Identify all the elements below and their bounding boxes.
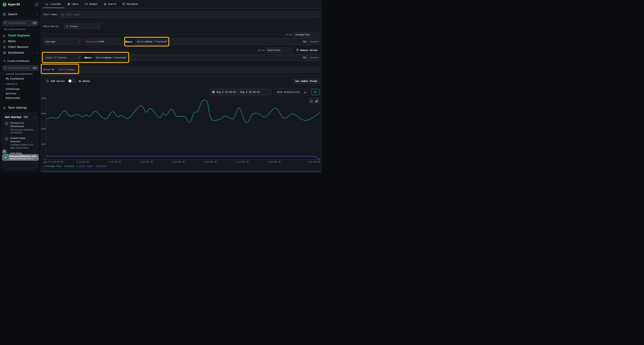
- number-123-icon: 123: [84, 3, 88, 5]
- remove-series-button[interactable]: Remove Series: [296, 48, 318, 52]
- hyperdx-chart-explorer-screen: HyperDX Search Saved Searches ⌘K No save…: [0, 0, 322, 172]
- lucene-mode-toggle[interactable]: Lucene: [310, 40, 318, 43]
- bar-chart-type-icon: [316, 100, 318, 102]
- lucene-mode-toggle[interactable]: Lucene: [310, 56, 318, 59]
- help-button[interactable]: ?: [2, 149, 6, 154]
- legend-item[interactable]: Event Count·frontend: [76, 165, 106, 167]
- tab-label: Table: [72, 3, 78, 5]
- time-range-picker[interactable]: Aug 4 15:30:01 - Aug 4 16:30:01: [210, 89, 272, 95]
- sidebar-item-my-dashboard[interactable]: My Dashboard: [6, 77, 24, 80]
- sidebar-collapse-icon[interactable]: [35, 3, 38, 6]
- series1-where-input[interactable]: ServiceName:"frontend" SQL|Lucene: [135, 38, 320, 45]
- sidebar-item-label: Chart Explorer: [8, 34, 30, 37]
- sidebar-item-label: Client Sessions: [8, 45, 28, 49]
- chart-name-label: Chart Name: [43, 13, 57, 16]
- play-icon: [314, 91, 316, 93]
- task-title: Connect to ClickHouse: [10, 122, 24, 128]
- laptop-icon: [3, 45, 6, 49]
- as-ratio-label-wrap: As Ratio: [79, 79, 90, 83]
- tab-markdown[interactable]: M↓ Markdown: [120, 0, 141, 8]
- tab-table[interactable]: Table: [64, 0, 82, 8]
- chart-explorer-main: Chart Name My Chart Name Data Source Tra…: [41, 8, 322, 172]
- y-axis-label: 160K: [41, 128, 45, 130]
- sidebar-item-clickhouse[interactable]: ClickHouse: [6, 88, 20, 90]
- sidebar-section-search[interactable]: Search: [0, 11, 41, 17]
- group-by-value: ServiceName: [59, 68, 74, 71]
- dashboard-icon: [3, 51, 6, 54]
- data-source-select[interactable]: Traces: [64, 23, 100, 29]
- set-number-format-button[interactable]: Set number format: [293, 79, 320, 83]
- sidebar-item-kubernetes[interactable]: Kubernetes: [6, 96, 20, 99]
- horizontal-scrollbar[interactable]: [42, 171, 321, 172]
- sidebar-item-team-settings[interactable]: Team Settings: [0, 105, 41, 110]
- check-circle-icon: [5, 122, 8, 126]
- tab-label: Markdown: [127, 3, 138, 5]
- series1-alias-input[interactable]: [294, 32, 320, 37]
- saved-searches-input[interactable]: Saved Searches ⌘K: [2, 20, 39, 26]
- shortcut-badge: ⌘K: [32, 21, 38, 24]
- get-started-title: Get Started: [5, 116, 21, 118]
- user-subtext: dale@clickhouse.com's: [9, 157, 34, 160]
- chart-plot-area[interactable]: [46, 98, 320, 162]
- saved-dashboards-section[interactable]: SAVED DASHBOARDS: [3, 73, 33, 75]
- chart-type-toggle[interactable]: [308, 98, 320, 104]
- series2-where-input[interactable]: ServiceName:"frontend": [94, 54, 127, 61]
- trash-icon: [296, 48, 299, 52]
- tab-label: Search: [108, 3, 116, 5]
- add-series-button[interactable]: Add Series: [46, 79, 65, 83]
- sidebar-item-services[interactable]: Services: [6, 92, 16, 95]
- granularity-select[interactable]: Auto Granularity: [274, 89, 308, 95]
- divider: [41, 22, 322, 23]
- sql-mode-toggle[interactable]: SQL: [303, 40, 307, 43]
- sidebar-item-dashboards[interactable]: Dashboards: [0, 50, 41, 55]
- user-menu[interactable]: D dale@clickhouse.com dale@clickhouse.co…: [2, 154, 39, 161]
- series1-aggregation-select[interactable]: Average: [44, 38, 82, 45]
- chart-name-placeholder: My Chart Name: [61, 13, 80, 16]
- view-tabbar: Line/Bar Table 123 Number Search M↓ Mark…: [41, 0, 322, 8]
- y-axis-label: 80K: [41, 143, 45, 145]
- time-range-value: Aug 4 15:30:01 - Aug 4 16:30:01: [216, 91, 260, 93]
- get-started-item[interactable]: Connect to ClickHouse Set up your databa…: [5, 121, 36, 134]
- legend-dash-icon: [43, 166, 45, 166]
- journal-icon: [3, 13, 6, 16]
- saved-dashboards-input[interactable]: Saved Dashboards ⌘K: [2, 65, 39, 71]
- y-axis-label: 320K: [41, 97, 45, 100]
- task-desc: Set up your database connection: [10, 128, 36, 134]
- select-chevrons-icon: [78, 56, 80, 59]
- legend-series-name: Average Time: [46, 165, 61, 167]
- gear-icon: [3, 106, 6, 109]
- get-started-item[interactable]: Create Data Sources Configure where your…: [5, 136, 36, 149]
- create-dashboard-button[interactable]: Create Dashboard: [0, 59, 41, 63]
- saved-searches-placeholder: Saved Searches: [8, 22, 30, 24]
- legend-item[interactable]: Average Time·frontend: [43, 165, 74, 167]
- pipe-separator: |: [308, 40, 309, 43]
- chevron-down-icon: [3, 83, 4, 85]
- document-lines-icon: [104, 3, 106, 5]
- tab-line-bar[interactable]: Line/Bar: [43, 0, 64, 8]
- where-label: Where: [125, 40, 132, 43]
- aggregation-value: Average: [46, 40, 55, 43]
- as-ratio-label: As Ratio: [79, 80, 90, 82]
- run-query-button[interactable]: [311, 89, 320, 95]
- tab-search[interactable]: Search: [101, 0, 120, 8]
- line-chart-icon: [3, 34, 6, 37]
- chart-name-input[interactable]: My Chart Name: [60, 11, 320, 18]
- aggregation-value: Count of Events: [46, 56, 66, 59]
- chevron-up-icon[interactable]: [34, 115, 36, 119]
- series2-alias-input[interactable]: [266, 47, 292, 52]
- sql-mode-toggle[interactable]: SQL: [303, 56, 307, 59]
- tab-label: Number: [90, 3, 98, 5]
- where-value: ServiceName:"frontend": [96, 56, 127, 59]
- sidebar-item-chart-explorer[interactable]: Chart Explorer: [0, 33, 41, 38]
- sidebar-item-alerts[interactable]: Alerts: [0, 39, 41, 44]
- sidebar-item-client-sessions[interactable]: Client Sessions: [0, 44, 41, 50]
- group-by-label: Group By: [43, 68, 54, 71]
- tab-number[interactable]: 123 Number: [82, 0, 101, 8]
- y-axis-label: 240K: [41, 112, 45, 115]
- series2-aggregation-select[interactable]: Count of Events: [44, 54, 82, 61]
- series2-extra-input[interactable]: SQL|Lucene: [130, 54, 320, 61]
- series1-field-input[interactable]: Duration/1000: [84, 38, 123, 45]
- group-by-input[interactable]: ServiceName: [57, 67, 320, 72]
- as-ratio-toggle[interactable]: [68, 79, 76, 83]
- presets-section[interactable]: PRESETS: [3, 83, 17, 85]
